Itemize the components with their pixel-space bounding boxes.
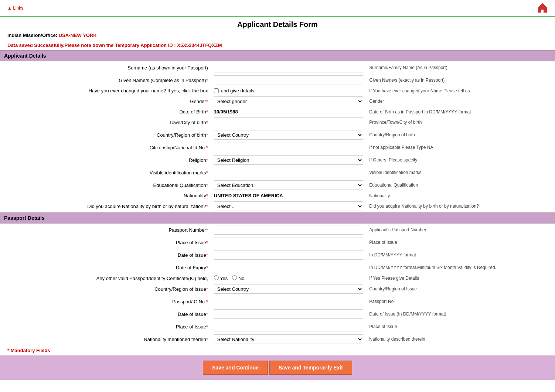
- religion-select-cell: Select Religion Hindu Muslim Christian S…: [211, 154, 367, 166]
- town-input[interactable]: [214, 117, 364, 127]
- nationality-value: UNITED STATES OF AMERICA: [214, 193, 283, 198]
- nationality-therein-select-cell: Select Nationality: [211, 333, 367, 345]
- dob-row: Date of Birth* 10/05/1988 Date of Birth …: [0, 108, 555, 116]
- other-passport-row: Any other valid Passport/Identity Certif…: [0, 274, 555, 283]
- country-issue-hint: Country/Region of Issue: [366, 283, 555, 295]
- place-issue2-row: Place of Issue* Place of Issue: [0, 320, 555, 333]
- place-issue-label: Place of Issue*: [0, 236, 211, 249]
- citizenship-hint: If not applicable Please Type NA: [366, 141, 555, 154]
- other-passport-no-radio[interactable]: [232, 275, 237, 280]
- surname-input[interactable]: [214, 63, 364, 72]
- page-title: Applicant Details Form: [0, 17, 555, 31]
- nationality-therein-select[interactable]: Select Nationality: [214, 334, 364, 344]
- citizenship-label: Citizenship/National Id No.*: [0, 141, 211, 154]
- nationality-therein-row: Nationality mentioned therein* Select Na…: [0, 333, 555, 345]
- religion-label: Religion*: [0, 154, 211, 166]
- top-bar: ▲ Links: [0, 0, 555, 17]
- date-expiry-row: Date of Expiry* In DD/MM/YYYY format.Min…: [0, 261, 555, 274]
- nationality-label: Nationality*: [0, 191, 211, 200]
- passport-number-row: Passport Number* Applicant's Passport Nu…: [0, 224, 555, 236]
- nationality-value-cell: UNITED STATES OF AMERICA: [211, 191, 367, 200]
- education-row: Educational Qualification* Select Educat…: [0, 179, 555, 191]
- place-issue-input[interactable]: [214, 238, 364, 247]
- gender-select[interactable]: Select gender Male Female Others: [214, 96, 364, 106]
- name-changed-label: Have you ever changed your name? If yes,…: [0, 86, 211, 95]
- country-issue-row: Country/Region of Issue* Select Country …: [0, 283, 555, 295]
- svg-rect-2: [541, 10, 544, 13]
- surname-row: Surname (as shown in your Passport) Surn…: [0, 61, 555, 74]
- date-issue-input[interactable]: [214, 250, 364, 260]
- passport-number-hint: Applicant's Passport Number: [366, 224, 555, 236]
- given-name-input[interactable]: [214, 75, 364, 85]
- nationality-hint: Nationality: [366, 191, 555, 200]
- surname-label: Surname (as shown in your Passport): [0, 61, 211, 74]
- country-birth-select-cell: Select Country: [211, 129, 367, 141]
- religion-select[interactable]: Select Religion Hindu Muslim Christian S…: [214, 155, 364, 165]
- date-expiry-input[interactable]: [214, 263, 364, 272]
- citizenship-input[interactable]: [214, 143, 364, 152]
- other-passport-yes-radio[interactable]: [214, 275, 219, 280]
- date-expiry-label: Date of Expiry*: [0, 261, 211, 274]
- town-input-cell: [211, 116, 367, 129]
- other-passport-yes-label[interactable]: Yes: [214, 275, 228, 281]
- nationality-acquired-row: Did you acquire Nationality by birth or …: [0, 200, 555, 212]
- date-issue-row: Date of Issue* In DD/MM/YYYY format: [0, 249, 555, 261]
- other-passport-no-label[interactable]: No: [232, 275, 244, 281]
- date-issue-input-cell: [211, 249, 367, 261]
- passport-details-table: Passport Number* Applicant's Passport Nu…: [0, 224, 555, 345]
- nationality-acquired-label: Did you acquire Nationality by birth or …: [0, 200, 211, 212]
- citizenship-row: Citizenship/National Id No.* If not appl…: [0, 141, 555, 154]
- gender-row: Gender* Select gender Male Female Others…: [0, 95, 555, 108]
- education-label: Educational Qualification*: [0, 179, 211, 191]
- given-name-hint: Given Name/s (exactly as in Passport): [366, 74, 555, 86]
- country-birth-select[interactable]: Select Country: [214, 130, 364, 140]
- education-select[interactable]: Select Education Below Matriculation Mat…: [214, 180, 364, 190]
- name-changed-checkbox[interactable]: [214, 88, 219, 93]
- place-issue2-label: Place of Issue*: [0, 320, 211, 333]
- date-expiry-hint: In DD/MM/YYYY format.Minimum Six Month V…: [366, 261, 555, 274]
- place-issue2-input[interactable]: [214, 322, 364, 331]
- mission-line: Indian Mission/Office: USA-NEW YORK: [0, 31, 555, 40]
- nationality-therein-hint: Nationality described therein: [366, 333, 555, 345]
- dob-value-cell: 10/05/1988: [211, 108, 367, 116]
- country-birth-row: Country/Region of birth* Select Country …: [0, 129, 555, 141]
- town-label: Town/City of birth*: [0, 116, 211, 129]
- date-issue2-label: Date of Issue*: [0, 308, 211, 320]
- nationality-acquired-hint: Did you acquire Nationality by birth or …: [366, 200, 555, 212]
- name-changed-row: Have you ever changed your name? If yes,…: [0, 86, 555, 95]
- country-birth-label: Country/Region of birth*: [0, 129, 211, 141]
- name-changed-input-cell: and give details.: [211, 86, 367, 95]
- gender-label: Gender*: [0, 95, 211, 108]
- other-passport-hint: If Yes Please give Details: [366, 274, 555, 283]
- nationality-acquired-select-cell: Select .. Birth Naturalization: [211, 200, 367, 212]
- country-birth-hint: Country/Region of birth: [366, 129, 555, 141]
- home-icon[interactable]: [537, 2, 548, 14]
- gender-select-cell: Select gender Male Female Others: [211, 95, 367, 108]
- nationality-acquired-select[interactable]: Select .. Birth Naturalization: [214, 201, 364, 211]
- passport-number-input-cell: [211, 224, 367, 236]
- passport-details-header: Passport Details: [0, 212, 555, 224]
- place-issue2-hint: Place of Issue: [366, 320, 555, 333]
- passport-number-label: Passport Number*: [0, 224, 211, 236]
- mandatory-star: *: [7, 348, 9, 353]
- date-issue-hint: In DD/MM/YYYY format: [366, 249, 555, 261]
- visible-marks-input[interactable]: [214, 168, 364, 177]
- date-issue2-hint: Date of Issue (In DD/MM/YYYY format): [366, 308, 555, 320]
- save-exit-button[interactable]: Save and Temporarily Exit: [269, 361, 352, 375]
- place-issue-hint: Place of Issue: [366, 236, 555, 249]
- nationality-therein-label: Nationality mentioned therein*: [0, 333, 211, 345]
- country-issue-select[interactable]: Select Country: [214, 284, 364, 294]
- passport-ic-input[interactable]: [214, 297, 364, 306]
- save-continue-button[interactable]: Save and Continue: [203, 361, 268, 375]
- applicant-details-header: Applicant Details: [0, 50, 555, 61]
- surname-hint: Surname/Family Name (As in Passport): [366, 61, 555, 74]
- citizenship-input-cell: [211, 141, 367, 154]
- education-hint: Educational Qualification: [366, 179, 555, 191]
- dob-label: Date of Birth*: [0, 108, 211, 116]
- place-issue-row: Place of Issue* Place of Issue: [0, 236, 555, 249]
- education-select-cell: Select Education Below Matriculation Mat…: [211, 179, 367, 191]
- passport-number-input[interactable]: [214, 225, 364, 235]
- top-nav-links[interactable]: ▲ Links: [7, 6, 23, 11]
- given-name-label: Given Name/s (Complete as in Passport)*: [0, 74, 211, 86]
- date-issue2-input[interactable]: [214, 309, 364, 319]
